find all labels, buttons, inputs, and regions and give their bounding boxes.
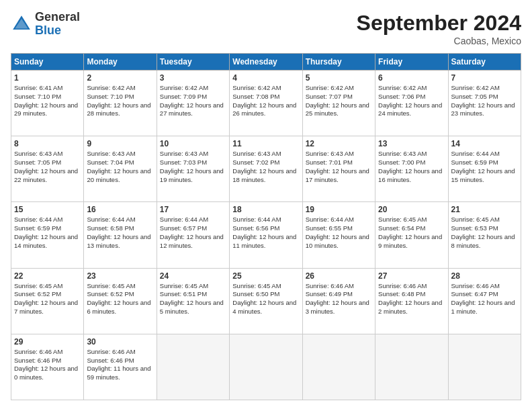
day-number: 26 [306,271,372,281]
cell-content: Sunrise: 6:42 AM Sunset: 7:07 PM Dayligh… [306,84,372,118]
table-row: 30Sunrise: 6:46 AM Sunset: 6:46 PM Dayli… [84,334,157,400]
cell-content: Sunrise: 6:43 AM Sunset: 7:02 PM Dayligh… [232,150,299,184]
col-sunday: Sunday [11,54,84,71]
table-row: 2Sunrise: 6:42 AM Sunset: 7:10 PM Daylig… [84,71,157,136]
col-saturday: Saturday [448,54,521,71]
table-row: 8Sunrise: 6:43 AM Sunset: 7:05 PM Daylig… [11,136,84,202]
cell-content: Sunrise: 6:43 AM Sunset: 7:05 PM Dayligh… [14,150,81,184]
table-row: 5Sunrise: 6:42 AM Sunset: 7:07 PM Daylig… [302,71,375,136]
cell-content: Sunrise: 6:45 AM Sunset: 6:50 PM Dayligh… [232,282,299,316]
table-row: 4Sunrise: 6:42 AM Sunset: 7:08 PM Daylig… [230,71,302,136]
table-row: 7Sunrise: 6:42 AM Sunset: 7:05 PM Daylig… [448,71,521,136]
header: General Blue September 2024 Caobas, Mexi… [11,11,521,46]
table-row: 14Sunrise: 6:44 AM Sunset: 6:59 PM Dayli… [448,136,521,202]
table-row: 26Sunrise: 6:46 AM Sunset: 6:49 PM Dayli… [302,268,375,334]
table-row: 11Sunrise: 6:43 AM Sunset: 7:02 PM Dayli… [230,136,302,202]
calendar-table: Sunday Monday Tuesday Wednesday Thursday… [11,53,521,400]
table-row: 6Sunrise: 6:42 AM Sunset: 7:06 PM Daylig… [375,71,448,136]
table-row: 21Sunrise: 6:45 AM Sunset: 6:53 PM Dayli… [448,202,521,268]
day-number: 17 [160,205,226,214]
table-row: 24Sunrise: 6:45 AM Sunset: 6:51 PM Dayli… [157,268,229,334]
table-row: 25Sunrise: 6:45 AM Sunset: 6:50 PM Dayli… [230,268,302,334]
col-wednesday: Wednesday [230,54,302,71]
logo-blue: Blue [35,24,80,38]
day-number: 11 [232,139,299,148]
table-row [302,334,375,400]
cell-content: Sunrise: 6:45 AM Sunset: 6:54 PM Dayligh… [378,216,445,250]
col-tuesday: Tuesday [157,54,229,71]
cell-content: Sunrise: 6:43 AM Sunset: 7:03 PM Dayligh… [160,150,226,184]
table-row: 12Sunrise: 6:43 AM Sunset: 7:01 PM Dayli… [302,136,375,202]
table-row: 16Sunrise: 6:44 AM Sunset: 6:58 PM Dayli… [84,202,157,268]
table-row: 15Sunrise: 6:44 AM Sunset: 6:59 PM Dayli… [11,202,84,268]
table-row: 20Sunrise: 6:45 AM Sunset: 6:54 PM Dayli… [375,202,448,268]
table-row: 10Sunrise: 6:43 AM Sunset: 7:03 PM Dayli… [157,136,229,202]
title-area: September 2024 Caobas, Mexico [357,11,521,46]
cell-content: Sunrise: 6:43 AM Sunset: 7:00 PM Dayligh… [378,150,445,184]
day-number: 28 [451,271,518,281]
week-row-4: 22Sunrise: 6:45 AM Sunset: 6:52 PM Dayli… [11,268,521,334]
cell-content: Sunrise: 6:45 AM Sunset: 6:51 PM Dayligh… [160,282,226,316]
table-row [157,334,229,400]
cell-content: Sunrise: 6:42 AM Sunset: 7:06 PM Dayligh… [378,84,445,118]
day-number: 15 [14,205,81,214]
cell-content: Sunrise: 6:43 AM Sunset: 7:01 PM Dayligh… [306,150,372,184]
cell-content: Sunrise: 6:42 AM Sunset: 7:09 PM Dayligh… [160,84,226,118]
week-row-1: 1Sunrise: 6:41 AM Sunset: 7:10 PM Daylig… [11,71,521,136]
col-friday: Friday [375,54,448,71]
day-number: 10 [160,139,226,148]
logo-text: General Blue [35,11,80,38]
cell-content: Sunrise: 6:42 AM Sunset: 7:08 PM Dayligh… [232,84,299,118]
table-row [448,334,521,400]
cell-content: Sunrise: 6:46 AM Sunset: 6:46 PM Dayligh… [87,348,153,382]
table-row [375,334,448,400]
cell-content: Sunrise: 6:46 AM Sunset: 6:48 PM Dayligh… [378,282,445,316]
cell-content: Sunrise: 6:44 AM Sunset: 6:56 PM Dayligh… [232,216,299,250]
week-row-3: 15Sunrise: 6:44 AM Sunset: 6:59 PM Dayli… [11,202,521,268]
day-number: 1 [14,73,81,83]
day-number: 21 [451,205,518,214]
day-number: 30 [87,337,153,347]
cell-content: Sunrise: 6:46 AM Sunset: 6:46 PM Dayligh… [14,348,81,382]
cell-content: Sunrise: 6:46 AM Sunset: 6:49 PM Dayligh… [306,282,372,316]
table-row: 13Sunrise: 6:43 AM Sunset: 7:00 PM Dayli… [375,136,448,202]
day-number: 2 [87,73,153,83]
cell-content: Sunrise: 6:44 AM Sunset: 6:59 PM Dayligh… [451,150,518,184]
cell-content: Sunrise: 6:41 AM Sunset: 7:10 PM Dayligh… [14,84,81,118]
day-number: 27 [378,271,445,281]
col-monday: Monday [84,54,157,71]
cell-content: Sunrise: 6:44 AM Sunset: 6:59 PM Dayligh… [14,216,81,250]
day-number: 24 [160,271,226,281]
week-row-2: 8Sunrise: 6:43 AM Sunset: 7:05 PM Daylig… [11,136,521,202]
cell-content: Sunrise: 6:42 AM Sunset: 7:05 PM Dayligh… [451,84,518,118]
cell-content: Sunrise: 6:44 AM Sunset: 6:58 PM Dayligh… [87,216,153,250]
cell-content: Sunrise: 6:44 AM Sunset: 6:55 PM Dayligh… [306,216,372,250]
day-number: 29 [14,337,81,347]
cell-content: Sunrise: 6:42 AM Sunset: 7:10 PM Dayligh… [87,84,153,118]
logo-general: General [35,11,80,24]
day-number: 12 [306,139,372,148]
cell-content: Sunrise: 6:45 AM Sunset: 6:52 PM Dayligh… [87,282,153,316]
week-row-5: 29Sunrise: 6:46 AM Sunset: 6:46 PM Dayli… [11,334,521,400]
table-row: 17Sunrise: 6:44 AM Sunset: 6:57 PM Dayli… [157,202,229,268]
cell-content: Sunrise: 6:43 AM Sunset: 7:04 PM Dayligh… [87,150,153,184]
calendar-header-row: Sunday Monday Tuesday Wednesday Thursday… [11,54,521,71]
table-row: 19Sunrise: 6:44 AM Sunset: 6:55 PM Dayli… [302,202,375,268]
table-row: 29Sunrise: 6:46 AM Sunset: 6:46 PM Dayli… [11,334,84,400]
cell-content: Sunrise: 6:44 AM Sunset: 6:57 PM Dayligh… [160,216,226,250]
calendar-page: General Blue September 2024 Caobas, Mexi… [0,0,532,411]
day-number: 9 [87,139,153,148]
table-row: 23Sunrise: 6:45 AM Sunset: 6:52 PM Dayli… [84,268,157,334]
day-number: 14 [451,139,518,148]
day-number: 18 [232,205,299,214]
table-row: 28Sunrise: 6:46 AM Sunset: 6:47 PM Dayli… [448,268,521,334]
table-row: 18Sunrise: 6:44 AM Sunset: 6:56 PM Dayli… [230,202,302,268]
table-row [230,334,302,400]
table-row: 1Sunrise: 6:41 AM Sunset: 7:10 PM Daylig… [11,71,84,136]
day-number: 20 [378,205,445,214]
cell-content: Sunrise: 6:46 AM Sunset: 6:47 PM Dayligh… [451,282,518,316]
table-row: 3Sunrise: 6:42 AM Sunset: 7:09 PM Daylig… [157,71,229,136]
month-title: September 2024 [357,11,521,36]
day-number: 22 [14,271,81,281]
location: Caobas, Mexico [357,36,521,46]
